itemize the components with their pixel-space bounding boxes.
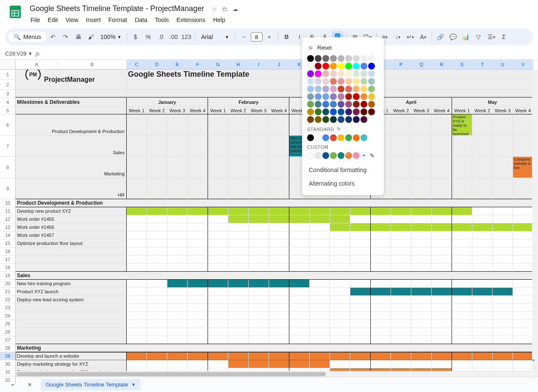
cell[interactable] [127,360,147,368]
cell[interactable] [432,215,452,223]
color-swatch[interactable] [322,55,329,62]
cell[interactable] [493,360,513,368]
conditional-formatting-link[interactable]: Conditional formatting [307,163,379,177]
cell[interactable] [249,256,269,264]
menu-data[interactable]: Data [131,15,151,25]
cell[interactable] [350,207,371,215]
cell[interactable] [269,247,289,256]
color-swatch[interactable] [307,70,314,77]
cell[interactable] [249,114,269,136]
cell[interactable] [432,247,452,256]
color-swatch[interactable] [353,63,360,70]
cell[interactable] [228,312,249,320]
cell[interactable] [391,304,411,312]
cell[interactable] [310,288,330,296]
color-swatch[interactable] [345,152,352,159]
cell[interactable] [16,312,127,320]
cell[interactable] [350,264,371,272]
cell[interactable] [350,231,371,239]
cell[interactable] [330,264,350,272]
cell[interactable] [411,360,432,368]
cell[interactable] [411,157,432,178]
cell[interactable] [147,304,167,312]
cell[interactable] [452,296,472,304]
cell[interactable] [127,336,147,344]
font-select[interactable]: Arial▼ [198,33,233,40]
cell[interactable] [472,136,493,157]
color-swatch[interactable] [361,78,367,85]
cell[interactable] [228,215,249,223]
cell[interactable]: Week 2 [391,107,411,114]
cell[interactable] [493,256,513,264]
cell[interactable]: Product XYZ launch [16,288,127,296]
color-swatch[interactable] [353,70,360,77]
cell[interactable] [289,288,310,296]
color-swatch[interactable] [338,152,344,159]
cell[interactable] [452,352,472,360]
cell[interactable] [228,328,249,336]
cell[interactable]: Sales [16,136,127,157]
cell[interactable] [432,256,452,264]
cell[interactable] [330,320,350,328]
cell[interactable] [513,256,533,264]
cell[interactable] [269,239,289,247]
cell[interactable] [411,296,432,304]
cell[interactable] [472,320,493,328]
cell[interactable] [371,288,391,296]
cell[interactable] [289,304,310,312]
row-header-4[interactable]: 4 [0,97,16,107]
cell[interactable] [249,312,269,320]
cell[interactable]: Sales [16,272,533,280]
row-header-23[interactable]: 23 [0,304,16,312]
cell[interactable] [289,223,310,231]
color-swatch[interactable] [361,70,367,77]
cell[interactable] [452,239,472,247]
cell[interactable] [147,296,167,304]
cell[interactable] [310,215,330,223]
cell[interactable] [249,223,269,231]
cell[interactable] [513,264,533,272]
cell[interactable] [452,136,472,157]
cell[interactable] [411,280,432,288]
cell[interactable]: January [127,97,208,107]
cell[interactable] [147,360,167,368]
cell[interactable]: Week 3 [411,107,432,114]
cell[interactable] [16,247,127,256]
all-sheets-button[interactable]: ≡ [24,379,36,391]
cell[interactable] [350,304,371,312]
color-swatch[interactable] [368,108,375,115]
cell[interactable] [127,288,147,296]
color-swatch[interactable] [345,101,352,108]
cell[interactable] [249,328,269,336]
color-swatch[interactable] [368,63,375,70]
cell[interactable]: Week 2 [472,107,493,114]
cell[interactable] [127,280,147,288]
cell[interactable] [208,239,228,247]
color-swatch[interactable] [361,93,367,100]
row-header-22[interactable]: 22 [0,296,16,304]
cell[interactable] [452,247,472,256]
cell[interactable] [228,360,249,368]
zoom-select[interactable]: 100%▼ [98,33,124,40]
cell[interactable] [249,247,269,256]
cell[interactable] [452,207,472,215]
cell[interactable] [330,296,350,304]
cell[interactable] [228,247,249,256]
cell[interactable] [350,215,371,223]
cell[interactable] [350,247,371,256]
color-swatch[interactable] [330,116,337,123]
cell[interactable] [391,352,411,360]
color-swatch[interactable] [345,55,352,62]
cell[interactable] [452,178,472,199]
cell[interactable]: ProjectManager [16,80,127,90]
name-box[interactable]: C29:V29▼ [3,50,32,58]
color-swatch[interactable] [353,86,360,92]
cell[interactable] [249,304,269,312]
edit-standard-icon[interactable]: ✎ [337,126,341,132]
cell[interactable] [350,352,371,360]
col-header-D[interactable]: D [147,60,167,70]
cell[interactable] [493,296,513,304]
cell[interactable] [411,352,432,360]
row-header-7[interactable]: 7 [0,136,16,157]
more-formats-button[interactable]: 123 [180,31,192,43]
